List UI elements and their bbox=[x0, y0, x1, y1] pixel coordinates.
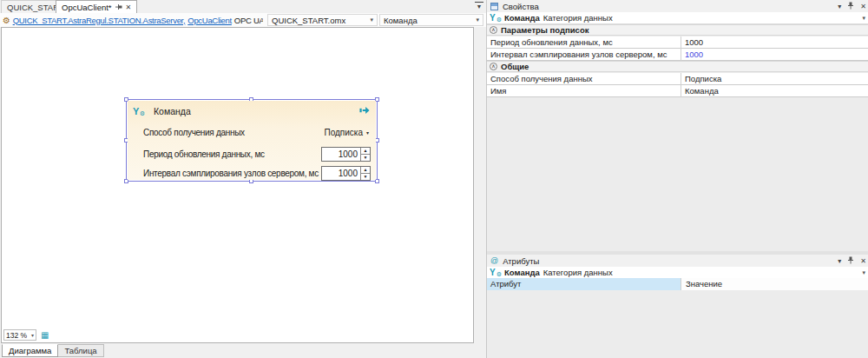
spinner-up-icon[interactable]: ▲ bbox=[361, 167, 370, 174]
breadcrumb: ⚙ QUICK_START.AstraRegul.STATION.AstraSe… bbox=[3, 13, 263, 27]
panel-controls: ▾ ✕ bbox=[838, 255, 866, 267]
period-spinner[interactable]: 1000 ▲ ▼ bbox=[321, 147, 371, 162]
property-label: Имя bbox=[490, 85, 677, 96]
property-value[interactable]: 1000 bbox=[685, 49, 703, 60]
panel-controls: ▾ ✕ bbox=[838, 0, 866, 12]
document-tabbar: QUICK_START ▤ OpcUaClient* ✕ ▼ bbox=[0, 0, 486, 13]
field-label: Период обновления данных, мс bbox=[143, 149, 321, 159]
chevron-down-icon: ▾ bbox=[366, 129, 369, 136]
chevron-down-icon: ▾ bbox=[476, 17, 479, 23]
property-row-interval[interactable]: Интервал сэмплирования узлов сервером, м… bbox=[487, 49, 868, 61]
file-combo-value: QUICK_START.omx bbox=[272, 16, 367, 25]
breadcrumb-link-client[interactable]: OpcUaClient bbox=[187, 16, 232, 25]
section-general[interactable]: ∧ Общие bbox=[487, 61, 868, 72]
attributes-panel-titlebar[interactable]: @ Атрибуты ▾ ✕ bbox=[487, 255, 868, 267]
diagram-canvas[interactable]: Y⚙ Команда Способ получения данных Подпи… bbox=[1, 27, 474, 343]
selected-object-name: Команда bbox=[504, 268, 540, 277]
spinner-up-icon[interactable]: ▲ bbox=[361, 148, 370, 155]
property-label: Период обновления данных, мс bbox=[490, 36, 677, 48]
column-divider bbox=[681, 85, 681, 97]
pin-icon[interactable] bbox=[115, 3, 122, 12]
right-dock: Свойства ▾ ✕ Y⚙ Команда Категория данных… bbox=[486, 0, 868, 358]
property-value[interactable]: Подписка bbox=[685, 73, 721, 84]
property-label: Способ получения данных bbox=[490, 73, 677, 84]
period-value[interactable]: 1000 bbox=[322, 148, 360, 161]
tab-label: OpcUaClient* bbox=[62, 3, 112, 12]
element-combo[interactable]: Команда ▾ bbox=[379, 14, 483, 26]
pin-icon[interactable] bbox=[847, 2, 854, 11]
spinner-buttons: ▲ ▼ bbox=[360, 167, 370, 180]
card-row-period: Период обновления данных, мс 1000 ▲ ▼ bbox=[143, 146, 371, 162]
grid-toggle-icon[interactable]: ▦ bbox=[41, 331, 49, 340]
attributes-object-selector[interactable]: Y⚙ Команда Категория данных ▾ bbox=[487, 267, 868, 279]
card-row-interval: Интервал сэмплирования узлов сервером, м… bbox=[143, 165, 371, 181]
panel-title: Свойства bbox=[503, 2, 539, 11]
command-card: Y⚙ Команда Способ получения данных Подпи… bbox=[128, 101, 376, 180]
data-category-icon: Y⚙ bbox=[490, 13, 502, 23]
property-row-period[interactable]: Период обновления данных, мс 1000 bbox=[487, 36, 868, 49]
element-combo-value: Команда bbox=[384, 16, 473, 25]
gear-icon: ⚙ bbox=[3, 16, 10, 25]
tab-table[interactable]: Таблица bbox=[58, 344, 103, 357]
attributes-table-header: Атрибут Значение bbox=[487, 278, 868, 290]
property-value[interactable]: Команда bbox=[685, 85, 719, 96]
interval-spinner[interactable]: 1000 ▲ ▼ bbox=[321, 166, 371, 181]
app-window: QUICK_START ▤ OpcUaClient* ✕ ▼ ⚙ QUICK_S… bbox=[0, 0, 868, 358]
selected-object-name: Команда bbox=[504, 13, 540, 23]
pin-icon[interactable] bbox=[847, 256, 854, 266]
close-icon[interactable]: ✕ bbox=[860, 3, 866, 10]
zoom-value: 132 % bbox=[6, 331, 31, 340]
command-card-header: Y⚙ Команда bbox=[128, 101, 376, 122]
spinner-down-icon[interactable]: ▼ bbox=[361, 174, 370, 180]
zoom-combo[interactable]: 132 % ▾ bbox=[3, 329, 36, 341]
breadcrumb-type-label: OPC UA Клиент bbox=[234, 16, 263, 25]
attributes-icon: @ bbox=[490, 256, 498, 265]
property-value[interactable]: 1000 bbox=[685, 36, 703, 48]
selected-object-category: Категория данных bbox=[543, 13, 613, 23]
card-row-method: Способ получения данных Подписка ▾ bbox=[143, 124, 371, 140]
method-dropdown[interactable]: Подписка ▾ bbox=[324, 128, 371, 137]
collapse-icon[interactable]: ∧ bbox=[490, 26, 497, 34]
column-divider bbox=[681, 73, 681, 85]
chevron-down-icon: ▾ bbox=[862, 15, 865, 22]
chevron-down-icon: ▾ bbox=[31, 332, 34, 338]
field-label: Способ получения данных bbox=[143, 128, 324, 137]
column-header-value[interactable]: Значение bbox=[681, 278, 868, 290]
spinner-buttons: ▲ ▼ bbox=[360, 148, 370, 161]
section-title: Общие bbox=[501, 62, 529, 71]
canvas-zoombar: 132 % ▾ ▦ bbox=[3, 329, 49, 341]
properties-panel-titlebar[interactable]: Свойства ▾ ✕ bbox=[487, 0, 868, 12]
window-position-icon[interactable]: ▾ bbox=[838, 3, 841, 10]
column-header-attribute[interactable]: Атрибут bbox=[487, 278, 681, 290]
column-divider bbox=[681, 49, 681, 61]
properties-object-selector[interactable]: Y⚙ Команда Категория данных ▾ bbox=[487, 12, 868, 24]
selected-object-category: Категория данных bbox=[543, 268, 613, 277]
chevron-down-icon: ▾ bbox=[370, 17, 373, 23]
binding-arrow-icon[interactable] bbox=[359, 106, 370, 116]
interval-value[interactable]: 1000 bbox=[322, 167, 360, 180]
property-label: Интервал сэмплирования узлов сервером, м… bbox=[490, 49, 677, 60]
view-tabbar: Диаграмма Таблица bbox=[0, 344, 486, 358]
property-row-method[interactable]: Способ получения данных Подписка bbox=[487, 73, 868, 85]
tab-diagram[interactable]: Диаграмма bbox=[2, 344, 58, 357]
section-title: Параметры подписок bbox=[501, 25, 589, 35]
file-combo[interactable]: QUICK_START.omx ▾ bbox=[267, 14, 378, 26]
card-title: Команда bbox=[154, 106, 191, 116]
tab-opcuaclient[interactable]: OpcUaClient* ✕ bbox=[56, 0, 137, 13]
close-icon[interactable]: ✕ bbox=[860, 257, 866, 265]
data-category-icon: Y⚙ bbox=[133, 106, 145, 116]
window-position-icon[interactable]: ▾ bbox=[838, 257, 841, 265]
close-icon[interactable]: ✕ bbox=[126, 3, 132, 11]
selected-widget[interactable]: Y⚙ Команда Способ получения данных Подпи… bbox=[126, 99, 378, 182]
section-subscription-params[interactable]: ∧ Параметры подписок bbox=[487, 24, 868, 36]
method-dropdown-value: Подписка bbox=[324, 128, 363, 137]
column-divider bbox=[681, 36, 681, 49]
collapse-icon[interactable]: ∧ bbox=[490, 63, 497, 70]
breadcrumb-link-server[interactable]: QUICK_START.AstraRegul.STATION.AstraServ… bbox=[13, 16, 186, 25]
spinner-down-icon[interactable]: ▼ bbox=[361, 155, 370, 161]
editor-toolbar: ⚙ QUICK_START.AstraRegul.STATION.AstraSe… bbox=[0, 13, 486, 27]
chevron-down-icon: ▾ bbox=[862, 269, 865, 276]
property-row-name[interactable]: Имя Команда bbox=[487, 85, 868, 97]
tab-overflow-icon[interactable]: ▼ bbox=[475, 2, 483, 10]
panel-title: Атрибуты bbox=[503, 256, 539, 266]
